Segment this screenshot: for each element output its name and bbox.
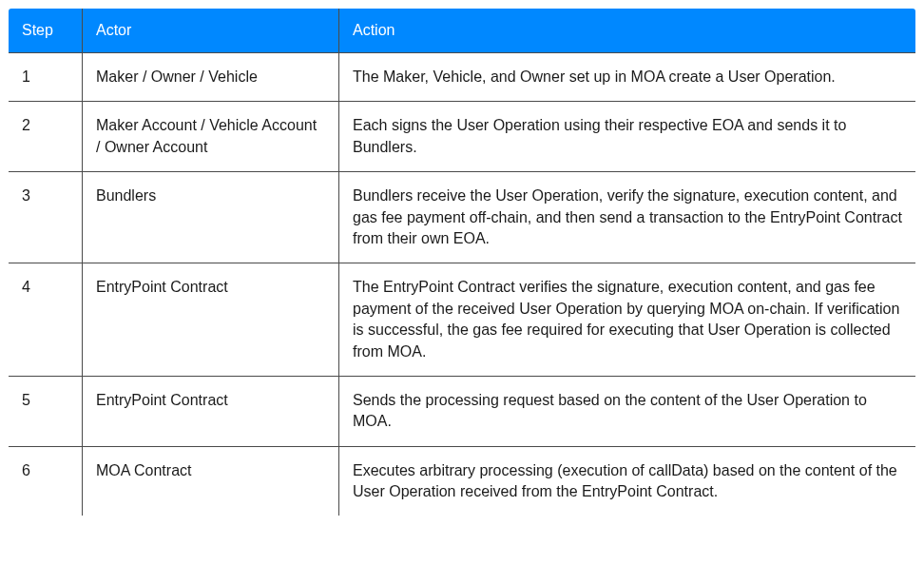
cell-actor: Bundlers [83, 172, 339, 263]
table-row: 2 Maker Account / Vehicle Account / Owne… [9, 102, 916, 172]
header-action: Action [339, 9, 916, 53]
cell-actor: MOA Contract [83, 446, 339, 516]
table-header-row: Step Actor Action [9, 9, 916, 53]
cell-action: Executes arbitrary processing (execution… [339, 446, 916, 516]
table-row: 4 EntryPoint Contract The EntryPoint Con… [9, 263, 916, 377]
header-step: Step [9, 9, 83, 53]
cell-actor: EntryPoint Contract [83, 263, 339, 377]
header-actor: Actor [83, 9, 339, 53]
table-row: 3 Bundlers Bundlers receive the User Ope… [9, 172, 916, 263]
table-row: 5 EntryPoint Contract Sends the processi… [9, 376, 916, 446]
cell-actor: Maker / Owner / Vehicle [83, 53, 339, 102]
cell-action: The EntryPoint Contract verifies the sig… [339, 263, 916, 377]
cell-step: 3 [9, 172, 83, 263]
cell-action: The Maker, Vehicle, and Owner set up in … [339, 53, 916, 102]
cell-action: Sends the processing request based on th… [339, 376, 916, 446]
cell-step: 5 [9, 376, 83, 446]
cell-actor: EntryPoint Contract [83, 376, 339, 446]
cell-action: Each signs the User Operation using thei… [339, 102, 916, 172]
cell-step: 1 [9, 53, 83, 102]
table-row: 1 Maker / Owner / Vehicle The Maker, Veh… [9, 53, 916, 102]
cell-step: 6 [9, 446, 83, 516]
steps-table: Step Actor Action 1 Maker / Owner / Vehi… [8, 8, 916, 516]
cell-actor: Maker Account / Vehicle Account / Owner … [83, 102, 339, 172]
table-row: 6 MOA Contract Executes arbitrary proces… [9, 446, 916, 516]
cell-action: Bundlers receive the User Operation, ver… [339, 172, 916, 263]
cell-step: 2 [9, 102, 83, 172]
cell-step: 4 [9, 263, 83, 377]
